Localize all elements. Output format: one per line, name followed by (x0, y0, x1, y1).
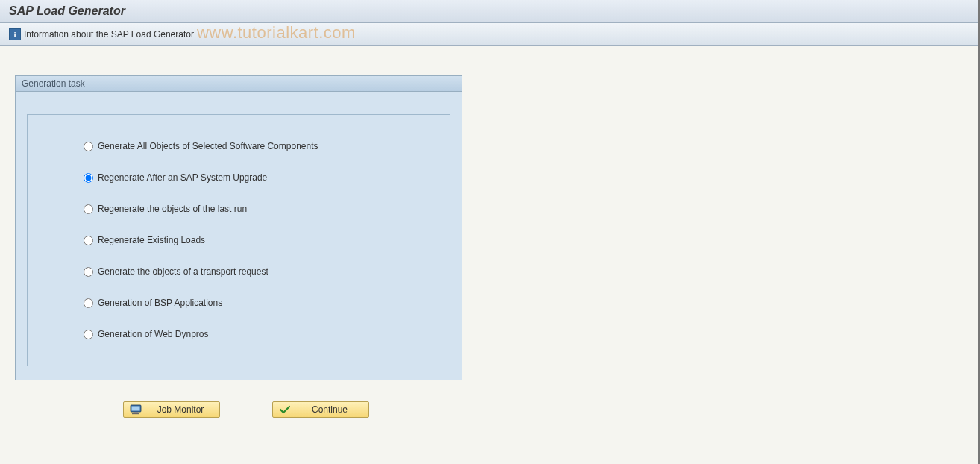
radio-option-bsp-applications[interactable]: Generation of BSP Applications (84, 298, 412, 308)
button-label: Continue (297, 404, 362, 415)
page-title: SAP Load Generator (9, 4, 971, 18)
radio-option-transport-request[interactable]: Generate the objects of a transport requ… (84, 266, 412, 277)
title-bar: SAP Load Generator (0, 0, 980, 23)
button-row: Job Monitor Continue (123, 401, 965, 418)
groupbox-body: Generate All Objects of Selected Softwar… (16, 92, 462, 380)
svg-rect-3 (132, 413, 139, 414)
toolbar: i Information about the SAP Load Generat… (0, 23, 980, 46)
radio-input[interactable] (84, 298, 93, 308)
radio-input[interactable] (84, 330, 93, 339)
radio-input[interactable] (84, 204, 93, 214)
groupbox-title: Generation task (16, 76, 462, 92)
radio-option-regenerate-upgrade[interactable]: Regenerate After an SAP System Upgrade (84, 172, 412, 183)
continue-button[interactable]: Continue (272, 401, 369, 418)
radio-label[interactable]: Regenerate After an SAP System Upgrade (98, 172, 267, 183)
radio-label[interactable]: Generate All Objects of Selected Softwar… (98, 141, 318, 151)
button-label: Job Monitor (148, 404, 213, 415)
radio-option-regenerate-last-run[interactable]: Regenerate the objects of the last run (84, 204, 412, 214)
radio-input[interactable] (84, 142, 93, 151)
toolbar-info-text[interactable]: Information about the SAP Load Generator (24, 29, 194, 40)
watermark-text: www.tutorialkart.com (197, 23, 356, 43)
radio-input[interactable] (84, 267, 93, 277)
monitor-icon (130, 404, 142, 415)
radio-option-web-dynpros[interactable]: Generation of Web Dynpros (84, 329, 412, 339)
radio-option-regenerate-existing[interactable]: Regenerate Existing Loads (84, 235, 412, 245)
radio-label[interactable]: Generate the objects of a transport requ… (98, 266, 268, 277)
svg-rect-2 (134, 412, 138, 413)
svg-rect-1 (132, 407, 140, 411)
generation-task-groupbox: Generation task Generate All Objects of … (15, 75, 462, 380)
job-monitor-button[interactable]: Job Monitor (123, 401, 220, 418)
options-frame: Generate All Objects of Selected Softwar… (27, 114, 450, 366)
radio-label[interactable]: Generation of Web Dynpros (98, 329, 209, 339)
check-icon (279, 404, 291, 415)
info-icon[interactable]: i (9, 28, 21, 40)
radio-label[interactable]: Regenerate Existing Loads (98, 235, 205, 245)
radio-option-generate-all[interactable]: Generate All Objects of Selected Softwar… (84, 141, 412, 151)
content-area: Generation task Generate All Objects of … (0, 46, 980, 433)
radio-input[interactable] (84, 236, 93, 245)
radio-label[interactable]: Regenerate the objects of the last run (98, 204, 247, 214)
radio-input[interactable] (84, 173, 93, 183)
radio-label[interactable]: Generation of BSP Applications (98, 298, 222, 308)
